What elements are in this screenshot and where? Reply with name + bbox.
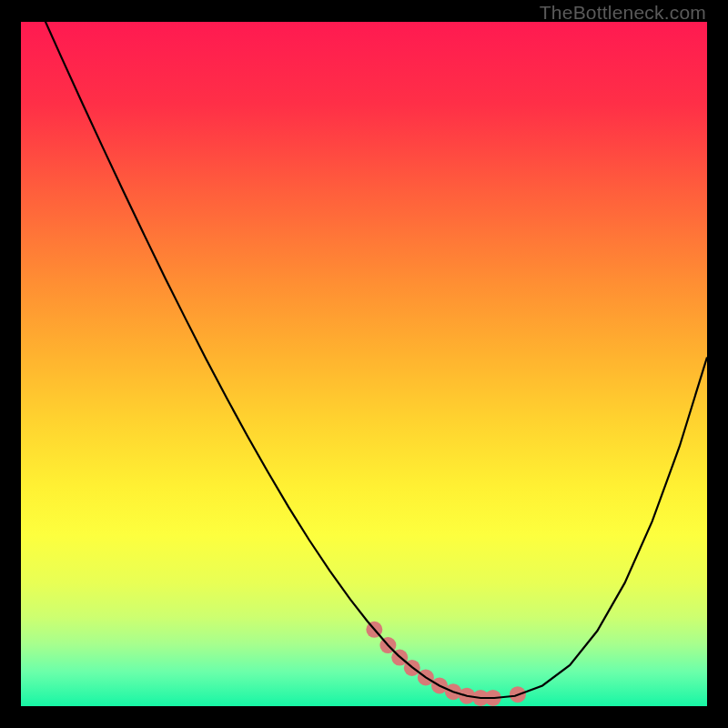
optimal-markers	[366, 622, 526, 706]
chart-svg	[21, 22, 707, 706]
watermark-label: TheBottleneck.com	[540, 2, 706, 24]
plot-area	[21, 22, 707, 706]
chart-stage: TheBottleneck.com	[0, 0, 728, 728]
bottleneck-curve	[21, 22, 707, 698]
